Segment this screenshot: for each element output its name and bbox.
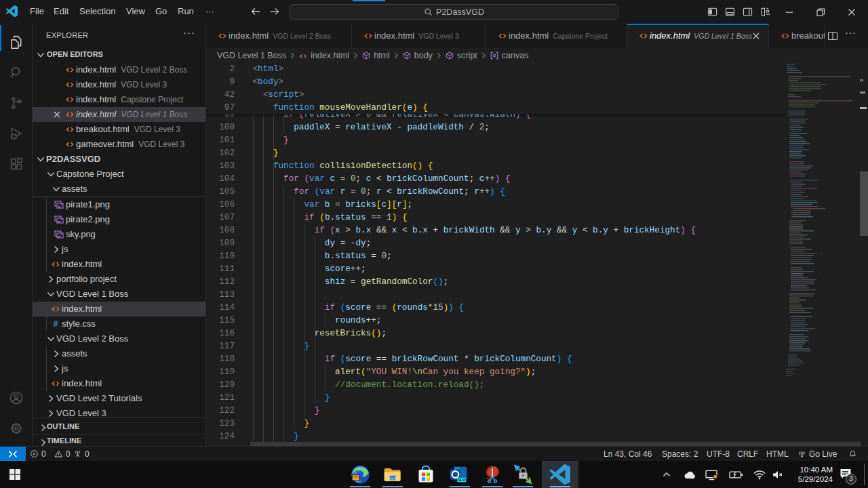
svg-text:NEW: NEW (457, 478, 465, 482)
